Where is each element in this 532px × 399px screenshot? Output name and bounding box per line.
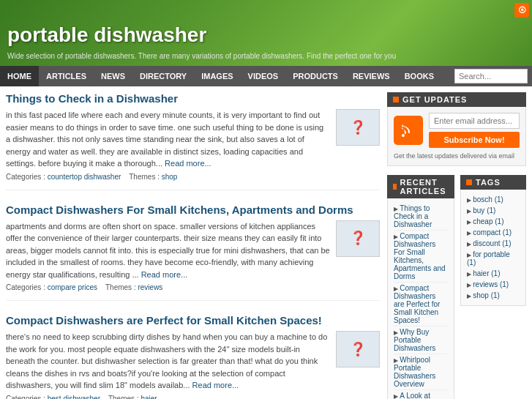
get-updates-title: GET UPDATES — [387, 92, 526, 107]
tagline: Wide selection of portable dishwashers. … — [7, 52, 396, 60]
nav-videos[interactable]: VIDEOS — [241, 66, 286, 86]
article-1-title-link[interactable]: Things to Check in a Dishwasher — [6, 92, 178, 105]
tag-link[interactable]: for portable (1) — [467, 250, 510, 266]
article-1-read-more[interactable]: Read more... — [165, 159, 211, 168]
title-bullet-3 — [466, 179, 472, 185]
tag-item: cheap (1) — [467, 216, 520, 227]
tag-item: shop (1) — [467, 290, 520, 301]
get-updates-content: Subscribe Now! Get the latest updates de… — [387, 107, 526, 166]
article-3-category-link[interactable]: best dishwasher — [48, 395, 100, 400]
nav-products[interactable]: PRODUCTS — [285, 66, 345, 86]
tag-item: reviews (1) — [467, 279, 520, 290]
tag-item: compact (1) — [467, 227, 520, 238]
nav-directory[interactable]: DIRECTORY — [132, 66, 194, 86]
tag-link[interactable]: shop (1) — [473, 291, 500, 299]
article-3-theme-link[interactable]: haier — [141, 395, 157, 400]
article-3-image: ❓ — [336, 331, 380, 368]
recent-article-link[interactable]: Whirlpool Portable Dishwashers Overview — [394, 356, 435, 388]
article-1-meta: Categories : countertop dishwasher Theme… — [6, 173, 380, 181]
article-2-theme-link[interactable]: reviews — [138, 283, 162, 291]
recent-articles-ul: Things to Check in a DishwasherCompact D… — [394, 203, 448, 399]
tags-box: TAGS bosch (1)buy (1)cheap (1)compact (1… — [460, 175, 526, 399]
recent-article-link[interactable]: A Look at Portable Dishwashers — [394, 392, 435, 399]
article-2-category-link[interactable]: compare prices — [48, 283, 97, 291]
recent-articles-list: Things to Check in a DishwasherCompact D… — [387, 198, 454, 399]
article-2-body: apartments and dorms are often short on … — [6, 220, 380, 281]
nav-articles[interactable]: ARTICLES — [39, 66, 94, 86]
article-2: Compact Dishwashers For Small Kitchens, … — [6, 204, 380, 302]
article-1-image: ❓ — [336, 109, 380, 146]
subscribe-button[interactable]: Subscribe Now! — [429, 132, 520, 148]
article-3: Compact Dishwashers are Perfect for Smal… — [6, 314, 380, 399]
tag-link[interactable]: haier (1) — [473, 269, 500, 277]
article-1-category-link[interactable]: countertop dishwasher — [48, 173, 121, 181]
recent-article-item: Compact Dishwashers are Perfect for Smal… — [394, 283, 448, 327]
article-2-title-link[interactable]: Compact Dishwashers For Small Kitchens, … — [6, 204, 353, 216]
article-2-read-more[interactable]: Read more... — [141, 270, 188, 279]
rss-icon-big — [394, 116, 423, 145]
article-1-theme-link[interactable]: shop — [162, 173, 178, 181]
rss-row: Subscribe Now! — [394, 113, 520, 148]
nav-reviews[interactable]: REVIEWS — [345, 66, 397, 86]
content-wrap: Things to Check in a Dishwasher in this … — [0, 86, 532, 399]
sidebar-two-col: RECENT ARTICLES Things to Check in a Dis… — [387, 175, 526, 399]
tag-item: for portable (1) — [467, 249, 520, 268]
article-3-read-more[interactable]: Read more... — [192, 381, 239, 389]
recent-article-item: A Look at Portable Dishwashers — [394, 390, 448, 399]
search-box — [454, 69, 532, 83]
article-2-image: ❓ — [336, 220, 380, 257]
tag-link[interactable]: cheap (1) — [473, 217, 503, 225]
article-2-meta: Categories : compare prices Themes : rev… — [6, 283, 380, 291]
article-3-meta: Categories : best dishwasher Themes : ha… — [6, 395, 380, 400]
email-form: Subscribe Now! — [429, 113, 520, 148]
recent-article-link[interactable]: Why Buy Portable Dishwashers — [394, 328, 435, 352]
nav-images[interactable]: IMAGES — [194, 66, 240, 86]
title-bullet-2 — [393, 184, 397, 190]
tag-item: buy (1) — [467, 205, 520, 216]
tag-item: bosch (1) — [467, 194, 520, 205]
recent-article-item: Compact Dishwashers For Small Kitchens, … — [394, 231, 448, 283]
tag-link[interactable]: compact (1) — [473, 228, 512, 236]
tag-link[interactable]: bosch (1) — [473, 195, 503, 204]
article-2-text: apartments and dorms are often short on … — [6, 220, 330, 281]
site-title: portable dishwasher — [7, 25, 396, 45]
recent-article-link[interactable]: Compact Dishwashers are Perfect for Smal… — [394, 284, 440, 324]
header: portable dishwasher Wide selection of po… — [0, 0, 532, 66]
article-3-text: there's no need to keep scrubbing dirty … — [6, 331, 330, 392]
rss-icon-top: ⦿ — [514, 3, 529, 18]
article-1-body: in this fast paced life where each and e… — [6, 109, 380, 170]
tags-title: TAGS — [460, 175, 526, 190]
tag-link[interactable]: reviews (1) — [473, 280, 509, 288]
nav-home[interactable]: HOME — [0, 66, 39, 86]
recent-articles-box: RECENT ARTICLES Things to Check in a Dis… — [387, 175, 454, 399]
search-input[interactable] — [454, 69, 528, 83]
recent-articles-title: RECENT ARTICLES — [387, 175, 454, 198]
tag-item: haier (1) — [467, 268, 520, 279]
recent-article-item: Whirlpool Portable Dishwashers Overview — [394, 354, 448, 390]
recent-article-item: Why Buy Portable Dishwashers — [394, 327, 448, 354]
tag-link[interactable]: discount (1) — [473, 239, 511, 247]
article-1: Things to Check in a Dishwasher in this … — [6, 92, 380, 190]
tags-content: bosch (1)buy (1)cheap (1)compact (1)disc… — [460, 190, 526, 306]
article-3-title-link[interactable]: Compact Dishwashers are Perfect for Smal… — [6, 314, 322, 327]
recent-article-link[interactable]: Things to Check in a Dishwasher — [394, 204, 432, 228]
recent-article-link[interactable]: Compact Dishwashers For Small Kitchens, … — [394, 232, 446, 280]
article-1-text: in this fast paced life where each and e… — [6, 109, 330, 170]
get-updates-box: GET UPDATES Subscribe Now! — [387, 92, 526, 166]
svg-point-0 — [402, 134, 405, 137]
sidebar: GET UPDATES Subscribe Now! — [387, 92, 526, 399]
get-updates-note: Get the latest updates delivered via ema… — [394, 152, 520, 160]
nav-news[interactable]: NEWS — [94, 66, 132, 86]
title-bullet — [393, 97, 399, 102]
tag-item: discount (1) — [467, 238, 520, 249]
nav: HOME ARTICLES NEWS DIRECTORY IMAGES VIDE… — [0, 66, 532, 86]
tag-link[interactable]: buy (1) — [473, 206, 495, 215]
tags-list: bosch (1)buy (1)cheap (1)compact (1)disc… — [467, 194, 520, 301]
email-input[interactable] — [429, 113, 520, 129]
nav-books[interactable]: BOOKS — [397, 66, 441, 86]
article-3-body: there's no need to keep scrubbing dirty … — [6, 331, 380, 392]
recent-article-item: Things to Check in a Dishwasher — [394, 203, 448, 231]
main-content: Things to Check in a Dishwasher in this … — [6, 92, 380, 399]
